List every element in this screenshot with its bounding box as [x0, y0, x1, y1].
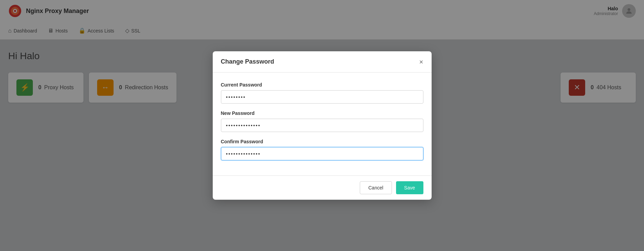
current-password-group: Current Password: [221, 82, 423, 104]
modal-body: Current Password New Password Confirm Pa…: [213, 72, 432, 175]
save-button[interactable]: Save: [396, 181, 423, 194]
current-password-input[interactable]: [221, 90, 423, 104]
current-password-label: Current Password: [221, 82, 423, 88]
confirm-password-group: Confirm Password: [221, 139, 423, 160]
modal-footer: Cancel Save: [213, 175, 432, 200]
modal-title: Change Password: [221, 58, 274, 65]
modal-header: Change Password ×: [213, 51, 432, 72]
new-password-group: New Password: [221, 110, 423, 132]
modal-overlay: Change Password × Current Password New P…: [0, 0, 644, 251]
confirm-password-label: Confirm Password: [221, 139, 423, 144]
confirm-password-input[interactable]: [221, 147, 423, 160]
modal-close-button[interactable]: ×: [419, 58, 423, 65]
change-password-modal: Change Password × Current Password New P…: [213, 51, 432, 200]
new-password-label: New Password: [221, 110, 423, 116]
new-password-input[interactable]: [221, 119, 423, 132]
cancel-button[interactable]: Cancel: [360, 181, 392, 194]
